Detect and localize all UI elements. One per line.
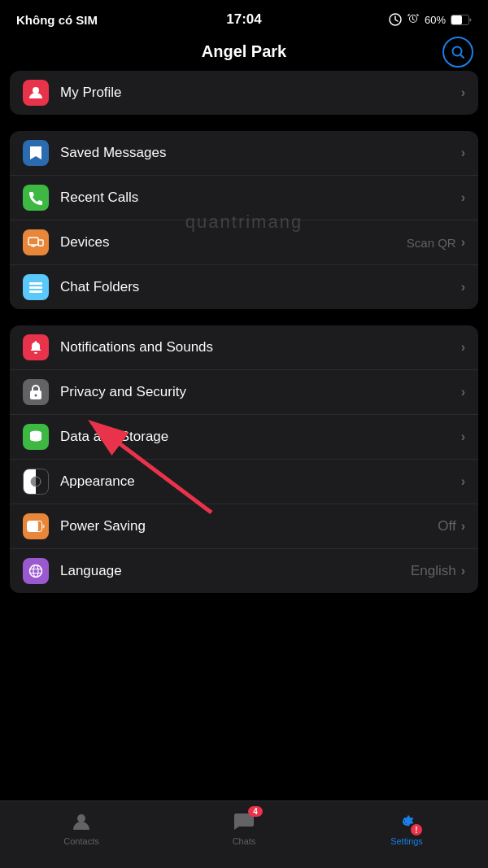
my-profile-label: My Profile — [60, 85, 461, 101]
language-chevron: › — [461, 564, 465, 578]
notifications-row[interactable]: Notifications and Sounds › — [10, 325, 478, 370]
power-saving-icon — [23, 513, 49, 539]
chats-badge: 4 — [248, 806, 263, 817]
settings-alert-badge: ! — [411, 824, 422, 835]
contacts-tab-label: Contacts — [63, 836, 98, 846]
my-profile-chevron: › — [461, 85, 465, 100]
power-saving-label: Power Saving — [60, 518, 438, 534]
notifications-chevron: › — [461, 340, 465, 355]
settings-group-profile: My Profile › — [10, 71, 478, 115]
saved-messages-row[interactable]: Saved Messages › — [10, 131, 478, 176]
data-storage-label: Data and Storage — [60, 429, 461, 445]
svg-rect-5 — [28, 238, 38, 245]
chat-folders-chevron: › — [461, 280, 465, 294]
svg-rect-10 — [29, 286, 42, 289]
status-right: 60% — [389, 13, 472, 26]
svg-point-4 — [33, 87, 39, 94]
privacy-row[interactable]: Privacy and Security › — [10, 370, 478, 415]
my-profile-row[interactable]: My Profile › — [10, 71, 478, 115]
power-saving-row[interactable]: Power Saving Off › — [10, 504, 478, 549]
saved-messages-icon — [23, 140, 49, 166]
time-label: 17:04 — [226, 11, 261, 28]
chat-folders-row[interactable]: Chat Folders › — [10, 265, 478, 309]
data-storage-icon — [23, 424, 49, 450]
svg-point-13 — [35, 395, 37, 397]
appearance-label: Appearance — [60, 473, 461, 490]
chats-tab-label: Chats — [233, 836, 256, 846]
privacy-label: Privacy and Security — [60, 384, 461, 400]
tab-contacts[interactable]: Contacts — [49, 809, 114, 846]
saved-messages-chevron: › — [461, 146, 465, 160]
data-storage-chevron: › — [461, 430, 465, 444]
settings-content: My Profile › Saved Messages › Recent Cal… — [0, 71, 488, 807]
search-icon — [451, 45, 465, 59]
devices-label: Devices — [60, 234, 407, 251]
devices-icon — [23, 229, 49, 255]
svg-point-18 — [30, 565, 42, 578]
power-saving-value: Off — [438, 518, 455, 534]
appearance-row[interactable]: Appearance › — [10, 460, 478, 504]
recent-calls-row[interactable]: Recent Calls › — [10, 176, 478, 220]
power-saving-chevron: › — [461, 519, 465, 534]
svg-rect-2 — [451, 15, 462, 24]
carrier-label: Không có SIM — [16, 13, 98, 27]
contacts-icon — [70, 810, 93, 833]
page-title: Angel Park — [202, 42, 286, 61]
screen-time-icon — [389, 13, 402, 26]
recent-calls-chevron: › — [461, 190, 465, 205]
appearance-chevron: › — [461, 474, 465, 489]
settings-group-main: Saved Messages › Recent Calls › Devic — [10, 131, 478, 309]
battery-icon — [451, 15, 472, 25]
settings-icon-wrap: ! — [394, 809, 419, 834]
recent-calls-icon — [23, 185, 49, 211]
privacy-icon — [23, 379, 49, 405]
notifications-icon — [23, 334, 49, 360]
chats-icon-wrap: 4 — [232, 809, 256, 834]
svg-rect-6 — [38, 240, 43, 246]
devices-row[interactable]: Devices Scan QR › — [10, 220, 478, 265]
language-label: Language — [60, 563, 411, 579]
svg-point-23 — [77, 814, 85, 822]
contacts-icon-wrap — [69, 809, 94, 834]
language-value: English — [411, 563, 456, 579]
status-bar: Không có SIM 17:04 60% — [0, 0, 488, 36]
recent-calls-label: Recent Calls — [60, 190, 461, 206]
language-row[interactable]: Language English › — [10, 549, 478, 593]
tab-bar: Contacts 4 Chats ! Settings — [0, 800, 488, 868]
chat-folders-icon — [23, 274, 49, 300]
privacy-chevron: › — [461, 385, 465, 399]
chat-folders-label: Chat Folders — [60, 279, 461, 295]
notifications-label: Notifications and Sounds — [60, 339, 461, 355]
settings-tab-label: Settings — [390, 836, 423, 846]
language-icon — [23, 558, 49, 584]
data-storage-row[interactable]: Data and Storage › — [10, 415, 478, 460]
alarm-icon — [407, 13, 420, 26]
search-button[interactable] — [442, 37, 473, 68]
header: Angel Park — [0, 36, 488, 71]
my-profile-icon — [23, 80, 49, 106]
tab-settings[interactable]: ! Settings — [374, 809, 439, 846]
svg-rect-17 — [28, 521, 38, 531]
svg-point-19 — [33, 565, 38, 578]
appearance-icon — [23, 469, 49, 495]
svg-rect-9 — [29, 282, 42, 285]
devices-chevron: › — [461, 235, 465, 250]
svg-rect-11 — [29, 290, 42, 293]
tab-chats[interactable]: 4 Chats — [211, 809, 277, 846]
settings-group-system: Notifications and Sounds › Privacy and S… — [10, 325, 478, 593]
devices-scan-qr: Scan QR — [407, 236, 456, 250]
battery-label: 60% — [425, 14, 446, 26]
saved-messages-label: Saved Messages — [60, 145, 461, 161]
